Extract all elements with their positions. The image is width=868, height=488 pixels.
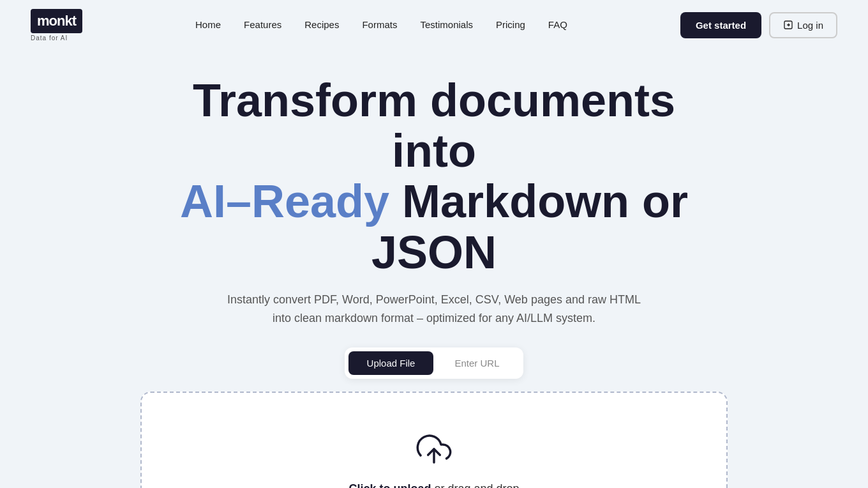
upload-tabs: Upload File Enter URL — [345, 347, 523, 379]
nav-item-faq[interactable]: FAQ — [548, 19, 567, 31]
navbar: monkt Data for AI Home Features Recipes … — [0, 0, 868, 50]
nav-item-features[interactable]: Features — [244, 19, 281, 31]
nav-item-pricing[interactable]: Pricing — [496, 19, 525, 31]
tab-upload-file[interactable]: Upload File — [348, 351, 433, 375]
logo-mark: monkt — [31, 9, 82, 33]
hero-title-ai: AI–Ready — [180, 176, 389, 227]
nav-link-testimonials[interactable]: Testimonials — [420, 19, 473, 30]
get-started-button[interactable]: Get started — [680, 12, 761, 38]
nav-links: Home Features Recipes Formats Testimonia… — [195, 19, 567, 31]
nav-link-formats[interactable]: Formats — [362, 19, 397, 30]
upload-cloud-icon — [416, 431, 452, 469]
nav-link-features[interactable]: Features — [244, 19, 281, 30]
dropzone-text: Click to upload or drag and drop — [348, 482, 519, 488]
logo-tagline: Data for AI — [31, 34, 68, 42]
logo: monkt Data for AI — [31, 9, 82, 42]
logo-text: monkt — [37, 13, 76, 29]
login-label: Log in — [797, 20, 823, 31]
nav-link-recipes[interactable]: Recipes — [304, 19, 339, 30]
nav-item-testimonials[interactable]: Testimonials — [420, 19, 473, 31]
hero-title-line1: Transform documents into — [193, 75, 675, 176]
tab-enter-url[interactable]: Enter URL — [435, 351, 520, 375]
dropzone-or-text: or drag and drop — [431, 482, 519, 488]
dropzone[interactable]: Click to upload or drag and drop Up to 3… — [140, 392, 728, 488]
login-button[interactable]: Log in — [769, 12, 837, 38]
dropzone-click-text: Click to upload — [348, 482, 431, 488]
hero-title: Transform documents into AI–Ready Markdo… — [147, 75, 721, 278]
nav-item-formats[interactable]: Formats — [362, 19, 397, 31]
login-icon — [783, 20, 793, 30]
nav-link-home[interactable]: Home — [195, 19, 221, 30]
nav-item-recipes[interactable]: Recipes — [304, 19, 339, 31]
hero-title-markdown: Markdown or JSON — [371, 176, 688, 277]
nav-link-pricing[interactable]: Pricing — [496, 19, 525, 30]
hero-section: Transform documents into AI–Ready Markdo… — [0, 50, 868, 488]
hero-subtitle: Instantly convert PDF, Word, PowerPoint,… — [217, 291, 651, 328]
nav-actions: Get started Log in — [680, 12, 837, 38]
nav-link-faq[interactable]: FAQ — [548, 19, 567, 30]
nav-item-home[interactable]: Home — [195, 19, 221, 31]
